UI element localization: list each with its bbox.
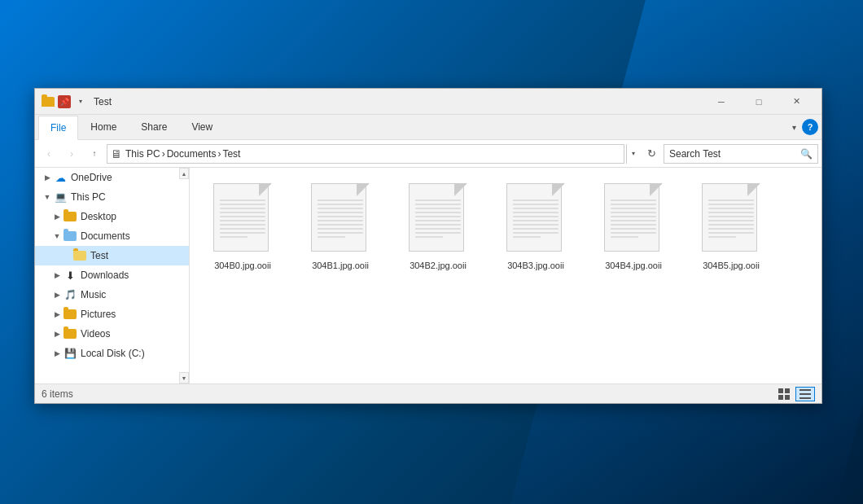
sidebar-scroll-down[interactable]: ▼ bbox=[179, 372, 189, 383]
forward-button[interactable]: › bbox=[61, 143, 82, 164]
file-item[interactable]: 304B2.jpg.ooii bbox=[393, 176, 483, 278]
expand-arrow-localdisk[interactable]: ▶ bbox=[51, 348, 63, 359]
tab-home[interactable]: Home bbox=[78, 115, 129, 139]
title-bar-icons: 📌 ▾ bbox=[42, 95, 87, 108]
pictures-icon bbox=[63, 308, 77, 321]
tab-file[interactable]: File bbox=[38, 116, 78, 140]
expand-arrow-pictures[interactable]: ▶ bbox=[51, 309, 63, 320]
svg-rect-3 bbox=[785, 395, 790, 400]
documents-icon bbox=[63, 230, 77, 243]
title-dropdown-arrow[interactable]: ▾ bbox=[74, 95, 87, 108]
file-item[interactable]: 304B3.jpg.ooii bbox=[491, 176, 580, 278]
file-name: 304B0.jpg.ooii bbox=[214, 260, 271, 271]
ribbon-tabs: File Home Share View ▾ ? bbox=[35, 115, 821, 139]
file-icon bbox=[506, 183, 565, 255]
file-name: 304B5.jpg.ooii bbox=[703, 260, 760, 271]
pin-icon: 📌 bbox=[58, 95, 71, 108]
close-button[interactable]: ✕ bbox=[778, 89, 815, 115]
back-button[interactable]: ‹ bbox=[38, 143, 59, 164]
expand-arrow-videos[interactable]: ▶ bbox=[51, 328, 63, 340]
desktop-icon bbox=[63, 210, 77, 223]
sidebar-item-videos[interactable]: ▶ Videos bbox=[35, 324, 189, 344]
up-button[interactable]: ↑ bbox=[84, 143, 105, 164]
file-item[interactable]: 304B4.jpg.ooii bbox=[589, 176, 678, 278]
sidebar-label-thispc: This PC bbox=[71, 191, 106, 203]
address-dropdown-button[interactable]: ▾ bbox=[626, 144, 639, 164]
maximize-button[interactable]: □ bbox=[740, 89, 778, 115]
window-controls: ─ □ ✕ bbox=[703, 89, 815, 115]
sidebar-label-music: Music bbox=[81, 289, 106, 300]
path-thispc[interactable]: This PC bbox=[125, 148, 160, 160]
test-icon bbox=[72, 249, 87, 262]
view-buttons bbox=[774, 387, 815, 401]
content-area: 304B0.jpg.ooii304B1.jpg.ooii304B2.jpg.oo… bbox=[190, 168, 821, 383]
sidebar-item-pictures[interactable]: ▶ Pictures bbox=[35, 305, 189, 324]
sidebar: ▲ ▶ ☁ OneDrive ▼ 💻 This PC bbox=[35, 168, 190, 383]
file-icon bbox=[702, 183, 760, 255]
sidebar-item-onedrive[interactable]: ▶ ☁ OneDrive bbox=[35, 168, 189, 187]
expand-arrow-music[interactable]: ▶ bbox=[51, 289, 63, 300]
expand-arrow-documents[interactable]: ▼ bbox=[51, 230, 63, 242]
window-title: Test bbox=[94, 96, 703, 107]
thispc-icon: 💻 bbox=[53, 191, 68, 204]
sidebar-label-onedrive: OneDrive bbox=[71, 172, 112, 183]
expand-arrow-desktop[interactable]: ▶ bbox=[51, 211, 63, 222]
videos-icon bbox=[63, 327, 77, 340]
file-item[interactable]: 304B0.jpg.ooii bbox=[198, 176, 287, 278]
svg-rect-0 bbox=[778, 388, 783, 393]
ribbon: File Home Share View ▾ ? bbox=[35, 115, 821, 140]
search-icon[interactable]: 🔍 bbox=[800, 148, 813, 160]
folder-icon bbox=[42, 97, 55, 107]
svg-rect-2 bbox=[778, 395, 783, 400]
sidebar-label-pictures: Pictures bbox=[81, 309, 116, 320]
file-icon bbox=[213, 183, 272, 255]
list-view-button[interactable] bbox=[795, 387, 815, 401]
sidebar-label-test: Test bbox=[90, 250, 108, 261]
search-input[interactable] bbox=[669, 148, 800, 160]
sidebar-label-desktop: Desktop bbox=[81, 211, 116, 222]
sidebar-item-desktop[interactable]: ▶ Desktop bbox=[35, 207, 189, 226]
sidebar-item-downloads[interactable]: ▶ ⬇ Downloads bbox=[35, 265, 189, 285]
file-name: 304B2.jpg.ooii bbox=[410, 260, 467, 271]
search-box[interactable]: 🔍 bbox=[664, 144, 818, 164]
sidebar-label-videos: Videos bbox=[81, 328, 110, 340]
help-icon[interactable]: ? bbox=[802, 119, 818, 135]
onedrive-icon: ☁ bbox=[53, 171, 68, 184]
files-grid: 304B0.jpg.ooii304B1.jpg.ooii304B2.jpg.oo… bbox=[198, 176, 813, 278]
file-icon bbox=[311, 183, 370, 255]
status-bar: 6 items bbox=[35, 383, 821, 403]
file-item[interactable]: 304B5.jpg.ooii bbox=[686, 176, 776, 278]
expand-arrow-downloads[interactable]: ▶ bbox=[51, 270, 63, 281]
refresh-button[interactable]: ↻ bbox=[641, 143, 662, 164]
music-icon: 🎵 bbox=[63, 288, 77, 301]
ribbon-collapse-icon[interactable]: ▾ bbox=[786, 119, 802, 135]
sidebar-item-test[interactable]: ▶ Test bbox=[35, 246, 189, 265]
item-count: 6 items bbox=[42, 388, 73, 400]
sidebar-item-localdisk[interactable]: ▶ 💾 Local Disk (C:) bbox=[35, 344, 189, 363]
sidebar-item-documents[interactable]: ▼ Documents bbox=[35, 226, 189, 246]
minimize-button[interactable]: ─ bbox=[703, 89, 740, 115]
file-icon bbox=[604, 183, 663, 255]
tab-view[interactable]: View bbox=[179, 115, 225, 139]
sidebar-item-thispc[interactable]: ▼ 💻 This PC bbox=[35, 187, 189, 207]
grid-view-button[interactable] bbox=[774, 387, 794, 401]
main-area: ▲ ▶ ☁ OneDrive ▼ 💻 This PC bbox=[35, 168, 821, 383]
path-test[interactable]: Test bbox=[222, 148, 240, 160]
sidebar-item-music[interactable]: ▶ 🎵 Music bbox=[35, 285, 189, 305]
file-item[interactable]: 304B1.jpg.ooii bbox=[296, 176, 385, 278]
svg-rect-6 bbox=[799, 397, 811, 399]
expand-arrow-thispc[interactable]: ▼ bbox=[42, 191, 53, 203]
title-bar: 📌 ▾ Test ─ □ ✕ bbox=[35, 89, 821, 115]
file-icon bbox=[409, 183, 467, 255]
expand-arrow-onedrive[interactable]: ▶ bbox=[42, 172, 53, 183]
address-path[interactable]: 🖥 This PC › Documents › Test bbox=[107, 144, 624, 164]
tab-share[interactable]: Share bbox=[129, 115, 179, 139]
sidebar-scroll-up[interactable]: ▲ bbox=[179, 168, 189, 179]
file-name: 304B3.jpg.ooii bbox=[507, 260, 564, 271]
address-bar: ‹ › ↑ 🖥 This PC › Documents › Test ▾ ↻ 🔍 bbox=[35, 140, 821, 168]
svg-rect-1 bbox=[785, 388, 790, 393]
sidebar-label-downloads: Downloads bbox=[81, 270, 129, 281]
path-documents[interactable]: Documents bbox=[167, 148, 217, 160]
downloads-icon: ⬇ bbox=[63, 269, 77, 282]
localdisk-icon: 💾 bbox=[63, 347, 77, 360]
